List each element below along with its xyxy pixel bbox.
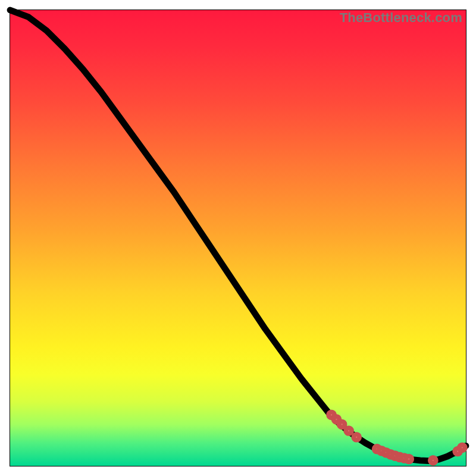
data-marker [353,434,359,440]
data-marker [430,458,436,464]
bottleneck-curve [10,10,466,461]
data-marker [406,456,412,462]
data-marker [459,444,465,450]
chart-frame: TheBottleneck.com [10,10,466,466]
chart-plot-area [10,10,466,466]
data-marker [346,428,352,434]
data-marker [339,421,345,427]
